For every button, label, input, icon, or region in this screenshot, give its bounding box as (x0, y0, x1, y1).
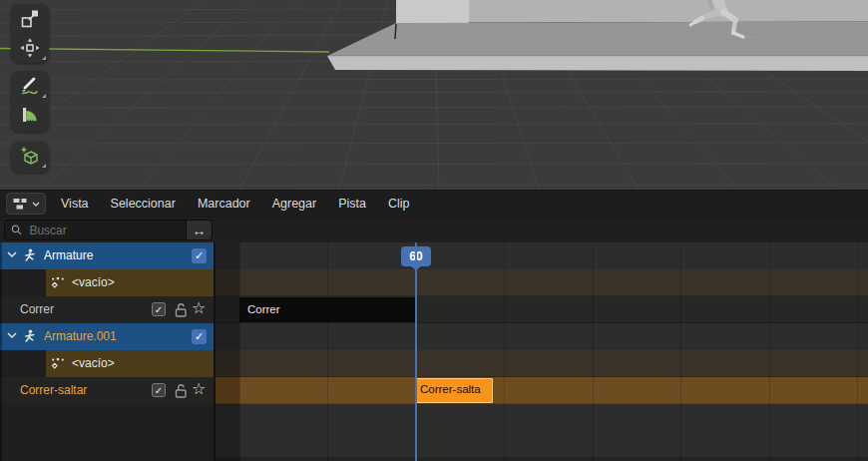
armature-icon (23, 329, 37, 344)
search-input[interactable] (27, 223, 180, 238)
nla-strip-correr-salta[interactable]: Correr-salta (416, 378, 493, 403)
armature-icon (23, 248, 37, 263)
action-label: Correr-saltar (20, 383, 87, 397)
move-tool-button[interactable] (11, 34, 49, 64)
channel-label: Armature.001 (44, 329, 117, 343)
menu-clip[interactable]: Clip (377, 191, 421, 217)
menu-vista[interactable]: Vista (50, 191, 100, 217)
action-icon (51, 276, 65, 289)
3d-viewport[interactable] (0, 0, 868, 190)
search-widget: ↔ (4, 220, 213, 240)
unlock-icon[interactable] (174, 301, 189, 318)
invert-filter-button[interactable]: ↔ (186, 220, 213, 240)
action-row-correr[interactable]: Correr ✓ ☆ (0, 296, 215, 323)
bottom-shade (215, 457, 868, 461)
menu-agregar[interactable]: Agregar (261, 191, 327, 217)
action-enable-checkbox[interactable]: ✓ (152, 302, 166, 316)
editor-type-button[interactable] (6, 193, 46, 215)
toolbar-group-add (11, 142, 49, 173)
gridline (769, 242, 770, 461)
toolbar-group-transform (11, 4, 49, 63)
gridline (504, 242, 505, 461)
menu-seleccionar[interactable]: Seleccionar (100, 191, 187, 217)
star-icon[interactable]: ☆ (192, 298, 206, 317)
strips-grid[interactable]: Correr Correr-salta (215, 242, 868, 461)
action-label: Correr (20, 302, 54, 316)
annotate-tool-icon (19, 75, 41, 97)
measure-tool-icon (19, 104, 41, 126)
track-label: <vacío> (72, 356, 115, 370)
measure-tool-button[interactable] (11, 101, 49, 131)
track-band: <vacío> (46, 350, 215, 377)
scale-tool-icon (19, 8, 41, 30)
nla-subheader: ↔ 0 30 90 120 150 180 210 60 (0, 217, 868, 242)
toolbar-group-annotate (11, 71, 49, 132)
channel-row-armature-001[interactable]: Armature.001 ✓ (0, 323, 215, 350)
action-enable-checkbox[interactable]: ✓ (152, 383, 166, 397)
channel-row-armature[interactable]: Armature ✓ (0, 242, 215, 269)
scale-tool-button[interactable] (11, 4, 49, 34)
nla-rows-area: Armature ✓ <vacío> Correr ✓ (0, 242, 868, 461)
before-frame-zero-shade (215, 242, 239, 461)
gridline (680, 242, 681, 461)
nla-editor: Vista Seleccionar Marcador Agregar Pista… (0, 190, 868, 461)
gridline (593, 242, 594, 461)
channel-list: Armature ✓ <vacío> Correr ✓ (0, 242, 215, 461)
gridline (857, 242, 858, 461)
move-tool-icon (19, 37, 41, 59)
track-row-vacio-2[interactable]: <vacío> (0, 350, 215, 377)
star-icon[interactable]: ☆ (192, 379, 206, 398)
track-row-vacio-1[interactable]: <vacío> (0, 269, 215, 296)
track-label: <vacío> (72, 275, 115, 289)
nla-menubar: Vista Seleccionar Marcador Agregar Pista… (0, 191, 868, 217)
annotate-tool-button[interactable] (11, 71, 49, 101)
action-row-correr-saltar[interactable]: Correr-saltar ✓ ☆ (0, 377, 215, 404)
add-cube-tool-icon (19, 146, 41, 168)
viewport-scene (0, 0, 868, 190)
menu-marcador[interactable]: Marcador (187, 191, 261, 217)
chevron-down-icon (32, 202, 40, 207)
gridline (239, 242, 240, 461)
unlock-icon[interactable] (174, 382, 189, 399)
nla-strip-correr[interactable]: Correr (239, 297, 416, 322)
add-cube-tool-button[interactable] (11, 142, 49, 171)
channel-enable-checkbox[interactable]: ✓ (192, 329, 207, 344)
platform-mesh (327, 0, 868, 71)
search-icon (11, 224, 22, 236)
track-band: <vacío> (46, 269, 215, 296)
gridline (327, 242, 328, 461)
channel-label: Armature (44, 248, 93, 262)
menu-pista[interactable]: Pista (327, 191, 377, 217)
search-field[interactable] (4, 220, 186, 240)
panel-divider[interactable] (214, 242, 216, 461)
nla-editor-icon (13, 198, 29, 211)
arrows-horizontal-icon: ↔ (193, 223, 207, 238)
chevron-down-icon[interactable] (7, 332, 17, 339)
channel-enable-checkbox[interactable]: ✓ (192, 248, 207, 263)
action-icon (51, 357, 65, 370)
chevron-down-icon[interactable] (7, 251, 17, 258)
playhead[interactable] (415, 242, 417, 461)
